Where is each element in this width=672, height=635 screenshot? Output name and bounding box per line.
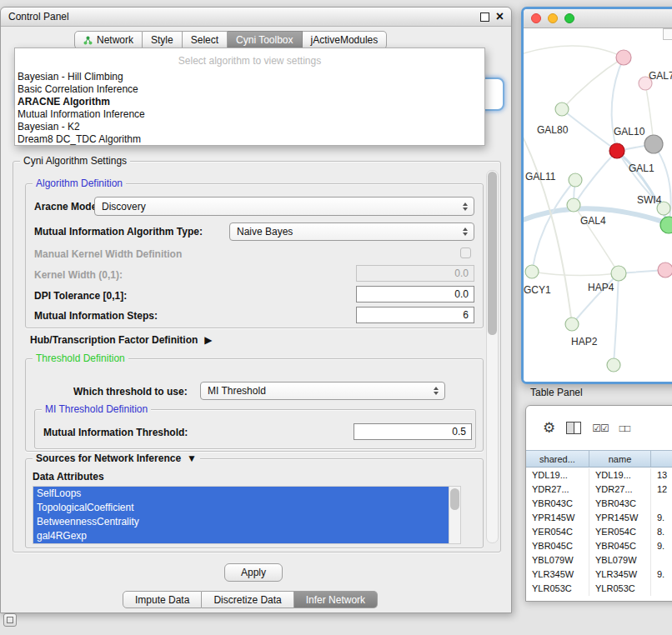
network-tab-icon: [83, 36, 93, 45]
table-cell: YDR27...: [526, 482, 589, 497]
tab-label: Network: [97, 34, 133, 46]
menu-item-dream8-dc-tdc[interactable]: Dream8 DC_TDC Algorithm: [15, 133, 484, 146]
network-edge[interactable]: [524, 46, 624, 58]
network-node[interactable]: [616, 50, 631, 65]
tab-label: Select: [191, 34, 218, 46]
network-node[interactable]: [555, 102, 569, 116]
tab-network[interactable]: Network: [74, 31, 143, 49]
hub-section-toggle[interactable]: Hub/Transcription Factor Definition ▶: [30, 334, 213, 346]
network-node[interactable]: [607, 358, 620, 372]
network-canvas-svg: GAL7GAL80GAL10GAL1GAL11SWI4GAL4GCY1HAP4H…: [524, 28, 672, 377]
table-row[interactable]: YLR345WYLR345W9.: [526, 568, 672, 582]
manual-kernel-label: Manual Kernel Width Definition: [34, 248, 182, 260]
window-buttons: ×: [480, 12, 504, 22]
table-row[interactable]: YLR053CYLR053C: [526, 582, 672, 596]
mi-algorithm-type-combo[interactable]: Naive Bayes: [229, 222, 474, 241]
network-node[interactable]: [569, 173, 582, 187]
node-label: GAL1: [629, 162, 654, 174]
node-label: GCY1: [524, 284, 551, 296]
sources-section-toggle[interactable]: Sources for Network Inference ▼: [33, 452, 200, 465]
tab-infer-network[interactable]: Infer Network: [294, 591, 378, 608]
table-cell: 8.: [651, 525, 672, 539]
table-row[interactable]: YDL19...YDL19...13: [526, 468, 672, 482]
tab-impute-data[interactable]: Impute Data: [123, 591, 202, 608]
close-traffic-light[interactable]: [531, 13, 541, 23]
deselect-all-icon[interactable]: □□: [619, 422, 630, 434]
tab-jactivemodules[interactable]: jActiveModules: [303, 31, 388, 49]
control-panel-titlebar[interactable]: Control Panel ×: [1, 8, 511, 27]
list-item[interactable]: SelfLoops: [33, 487, 449, 501]
list-scrollbar-thumb[interactable]: [450, 488, 459, 510]
table-row[interactable]: YER054CYER054C8.: [526, 525, 672, 539]
sources-title: Sources for Network Inference: [36, 452, 181, 465]
tab-select[interactable]: Select: [183, 31, 228, 49]
list-item[interactable]: BetweennessCentrality: [33, 515, 449, 529]
node-label: GAL80: [537, 124, 569, 136]
settings-scrollbar-thumb[interactable]: [488, 172, 497, 335]
network-node[interactable]: [567, 198, 580, 212]
settings-scrollbar[interactable]: [486, 170, 499, 543]
table-cell: YBL079W: [589, 553, 651, 568]
table-cell: YDR27...: [589, 482, 651, 497]
menu-item-mutual-information-inference[interactable]: Mutual Information Inference: [15, 108, 484, 121]
mi-steps-field[interactable]: 6: [356, 307, 474, 323]
table-row[interactable]: YBR045CYBR045C9.: [526, 539, 672, 553]
network-edge[interactable]: [562, 109, 617, 151]
select-all-icon[interactable]: ☑☑: [592, 422, 609, 434]
menu-item-bayesian-hill-climbing[interactable]: Bayesian - Hill Climbing: [15, 71, 484, 83]
menu-item-basic-correlation-inference[interactable]: Basic Correlation Inference: [15, 83, 484, 96]
table-row[interactable]: YBR043CYBR043C: [526, 497, 672, 511]
tab-cyni-toolbox[interactable]: Cyni Toolbox: [228, 31, 302, 49]
column-chooser-icon[interactable]: [566, 422, 581, 434]
which-threshold-combo[interactable]: MI Threshold: [200, 382, 445, 400]
list-scrollbar[interactable]: [449, 487, 460, 543]
table-row[interactable]: YBL079WYBL079W: [526, 553, 672, 568]
network-node[interactable]: [644, 135, 663, 153]
aracne-mode-combo[interactable]: Discovery: [94, 197, 474, 216]
bottom-tabs: Impute Data Discretize Data Infer Networ…: [123, 591, 378, 608]
table-cell: YER054C: [526, 525, 589, 539]
zoom-traffic-light[interactable]: [564, 13, 574, 23]
dpi-tolerance-field[interactable]: 0.0: [356, 286, 474, 302]
data-attributes-list[interactable]: SelfLoops TopologicalCoefficient Between…: [33, 486, 461, 544]
minimize-traffic-light[interactable]: [548, 13, 558, 23]
network-window-titlebar[interactable]: [524, 9, 672, 28]
network-edge[interactable]: [532, 272, 619, 276]
minimized-panel-icon[interactable]: [3, 613, 17, 627]
group-title: Algorithm Definition: [33, 178, 126, 190]
network-edge[interactable]: [614, 273, 619, 365]
column-header-extra[interactable]: [651, 451, 672, 467]
network-node[interactable]: [660, 217, 672, 233]
table-row[interactable]: YPR145WYPR145W9.: [526, 511, 672, 525]
tab-style[interactable]: Style: [143, 31, 183, 49]
table-cell: [651, 582, 672, 596]
list-item[interactable]: TopologicalCoefficient: [33, 501, 449, 515]
network-node[interactable]: [565, 318, 579, 331]
network-node[interactable]: [525, 265, 539, 278]
tab-label: jActiveModules: [311, 34, 379, 46]
table-row[interactable]: YDR27...YDR27...12: [526, 482, 672, 497]
column-header-name[interactable]: name: [589, 451, 651, 467]
collapse-down-icon: ▼: [187, 452, 197, 465]
network-node[interactable]: [609, 143, 624, 158]
column-header-shared-name[interactable]: shared...: [526, 451, 589, 467]
dpi-tolerance-label: DPI Tolerance [0,1]:: [34, 290, 127, 302]
apply-button[interactable]: Apply: [224, 563, 283, 582]
float-window-icon[interactable]: [480, 12, 489, 22]
table-cell: YDL19...: [589, 468, 651, 482]
network-node[interactable]: [658, 262, 672, 278]
close-window-icon[interactable]: ×: [496, 12, 504, 21]
node-label: GAL10: [614, 126, 645, 138]
network-node[interactable]: [611, 266, 626, 281]
menu-item-aracne-algorithm[interactable]: ARACNE Algorithm: [15, 96, 484, 108]
table-settings-gear-icon[interactable]: ⚙: [543, 421, 555, 435]
menu-item-bayesian-k2[interactable]: Bayesian - K2: [15, 121, 484, 133]
table-header: shared... name: [526, 450, 672, 468]
network-canvas[interactable]: GAL7GAL80GAL10GAL1GAL11SWI4GAL4GCY1HAP4H…: [524, 28, 672, 382]
list-item[interactable]: gal4RGexp: [33, 529, 449, 543]
group-title: MI Threshold Definition: [42, 403, 151, 416]
tab-discretize-data[interactable]: Discretize Data: [202, 591, 293, 608]
mi-threshold-field[interactable]: 0.5: [354, 423, 472, 440]
network-scrollbar[interactable]: [663, 28, 672, 40]
combo-value: Discovery: [102, 201, 146, 212]
